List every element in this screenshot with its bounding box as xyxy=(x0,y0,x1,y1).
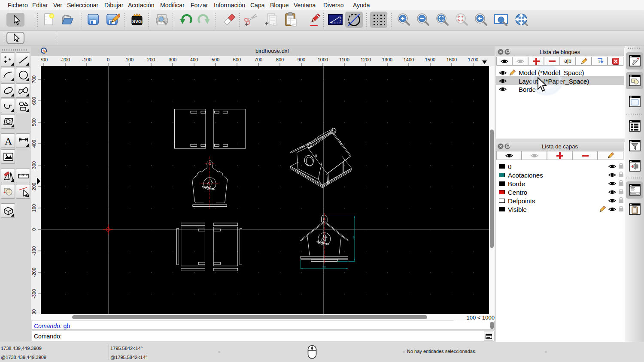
svg-text:A: A xyxy=(5,136,12,147)
svg-text:200: 200 xyxy=(147,57,155,62)
svg-text:300: 300 xyxy=(31,161,36,169)
svg-text:-200: -200 xyxy=(31,268,36,277)
svg-text:1400: 1400 xyxy=(404,57,414,62)
svg-text:1600: 1600 xyxy=(447,57,457,62)
svg-text:600: 600 xyxy=(31,97,36,105)
svg-text:200: 200 xyxy=(31,183,36,190)
svg-text:500: 500 xyxy=(31,118,36,126)
svg-text:400: 400 xyxy=(190,57,198,62)
svg-text:900: 900 xyxy=(298,57,305,62)
svg-text:1200: 1200 xyxy=(361,57,371,62)
svg-text:-300: -300 xyxy=(31,289,36,299)
svg-text:1300: 1300 xyxy=(382,57,392,62)
svg-text:300: 300 xyxy=(169,57,176,62)
svg-text:600: 600 xyxy=(233,57,241,62)
svg-text:225: 225 xyxy=(352,236,355,240)
svg-text:1700: 1700 xyxy=(468,57,478,62)
svg-text:100: 100 xyxy=(31,204,36,212)
svg-text:1500: 1500 xyxy=(425,57,435,62)
svg-text:-200: -200 xyxy=(61,57,70,62)
svg-text:300: 300 xyxy=(41,57,48,62)
svg-text:1: 1 xyxy=(598,60,600,64)
svg-text:-100: -100 xyxy=(31,246,36,256)
svg-text:500: 500 xyxy=(212,57,219,62)
svg-text:800: 800 xyxy=(276,57,284,62)
svg-text:0: 0 xyxy=(31,228,36,231)
svg-text:1000: 1000 xyxy=(318,57,328,62)
svg-text:100: 100 xyxy=(126,57,134,62)
svg-text:700: 700 xyxy=(255,57,262,62)
svg-text:400: 400 xyxy=(31,140,36,148)
svg-text:232: 232 xyxy=(322,266,326,268)
svg-text:-100: -100 xyxy=(82,57,91,62)
svg-text:-400: -400 xyxy=(31,309,36,314)
svg-text:0: 0 xyxy=(107,57,109,62)
svg-text:700: 700 xyxy=(31,75,36,83)
svg-text:1100: 1100 xyxy=(339,57,349,62)
svg-text:SVG: SVG xyxy=(132,19,142,24)
